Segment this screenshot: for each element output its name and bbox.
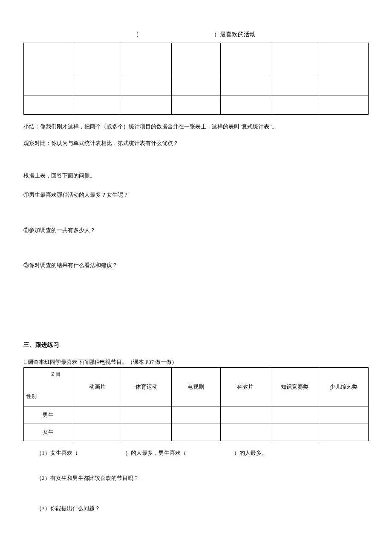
sub-question-3: （3）你能提出什么问题？ — [23, 504, 369, 513]
tv-survey-table: Z 目 性别 动画片 体育运动 电视剧 科教片 知识竞赛类 少儿综艺类 男生 女… — [23, 367, 369, 441]
survey-intro: 1.调查本班同学最喜欢下面哪种电视节目。（课本 P37 做一做） — [23, 358, 369, 367]
subq1-part-a: （1）女生喜欢（ — [36, 450, 78, 456]
col-header: 科教片 — [221, 368, 270, 407]
sub-question-1: （1）女生喜欢（ ）的人最多，男生喜欢（ ）的人最多。 — [23, 449, 369, 458]
col-header: 体育运动 — [122, 368, 172, 407]
col-header: 电视剧 — [171, 368, 221, 407]
diag-bot-label: 性别 — [26, 392, 37, 401]
title-paren-left: ( — [136, 31, 138, 38]
section3-title: 三、跟进练习 — [23, 340, 369, 350]
row-label: 男生 — [24, 407, 73, 424]
col-header: 知识竞赛类 — [270, 368, 319, 407]
table1-title: ( ）最喜欢的活动 — [23, 30, 369, 39]
title-paren-right: ）最喜欢的活动 — [214, 31, 256, 38]
col-header: 动画片 — [73, 368, 122, 407]
row-label: 女生 — [24, 424, 73, 441]
summary-text: 小结：像我们刚才这样，把两个（或多个）统计项目的数据合并在一张表上，这样的表叫"… — [23, 122, 369, 131]
answer-prompt: 根据上表，回答下面的问题。 — [23, 171, 369, 180]
diag-top-label: Z 目 — [51, 370, 61, 378]
question-3: ③你对调查的结果有什么看法和建议？ — [23, 261, 369, 270]
subq1-part-c: ）的人最多。 — [234, 450, 267, 456]
question-2: ②参加调查的一共有多少人？ — [23, 226, 369, 235]
observe-text: 观察对比：你认为与单式统计表相比，第式统计表有什么优点？ — [23, 139, 369, 148]
activity-table — [23, 43, 369, 115]
diagonal-header-cell: Z 目 性别 — [24, 368, 73, 407]
subq1-part-b: ）的人最多，男生喜欢（ — [125, 450, 186, 456]
question-1: ①男生最喜欢哪种活动的人最多？女生呢？ — [23, 191, 369, 200]
sub-question-2: （2）有女生和男生都比较喜欢的节目吗？ — [23, 474, 369, 483]
section-3: 三、跟进练习 1.调查本班同学最喜欢下面哪种电视节目。（课本 P37 做一做） … — [23, 340, 369, 513]
col-header: 少儿综艺类 — [319, 368, 369, 407]
